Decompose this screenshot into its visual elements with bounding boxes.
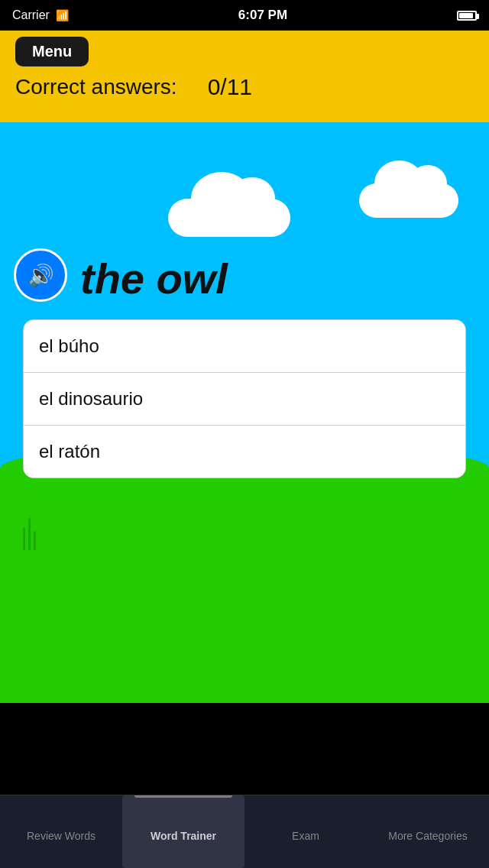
status-bar: Carrier 📶 6:07 PM xyxy=(0,0,489,31)
tab-review-words[interactable]: Review Words xyxy=(0,795,122,868)
tab-exam-label: Exam xyxy=(292,830,319,842)
cloud-right xyxy=(359,183,458,218)
answers-container: el búho el dinosaurio el ratón xyxy=(23,319,466,478)
ground xyxy=(0,443,489,703)
menu-button[interactable]: Menu xyxy=(15,37,89,66)
grass-detail xyxy=(23,520,46,550)
header: Menu Correct answers: 0/11 xyxy=(0,31,489,122)
tab-more-categories[interactable]: More Categories xyxy=(367,795,489,868)
answer-option-2[interactable]: el dinosaurio xyxy=(24,373,465,426)
cloud-left xyxy=(168,199,290,237)
wifi-icon: 📶 xyxy=(56,9,69,21)
scene: 🔊 the owl el búho el dinosaurio el ratón xyxy=(0,122,489,703)
answer-option-1[interactable]: el búho xyxy=(24,320,465,373)
tab-bar: Review Words Word Trainer Exam More Cate… xyxy=(0,795,489,868)
tab-review-words-label: Review Words xyxy=(27,830,96,842)
battery-icon xyxy=(457,11,477,21)
speaker-icon: 🔊 xyxy=(28,263,54,288)
status-left: Carrier 📶 xyxy=(12,8,69,22)
status-right xyxy=(457,11,477,21)
score-label: Correct answers: xyxy=(15,75,177,99)
tab-exam[interactable]: Exam xyxy=(244,795,367,868)
answer-option-3[interactable]: el ratón xyxy=(24,426,465,478)
tab-more-categories-label: More Categories xyxy=(388,830,468,842)
score-row: Correct answers: 0/11 xyxy=(15,74,474,100)
tab-word-trainer[interactable]: Word Trainer xyxy=(122,795,244,868)
score-value: 0/11 xyxy=(208,74,252,100)
status-time: 6:07 PM xyxy=(238,8,287,23)
carrier-label: Carrier xyxy=(12,8,50,22)
word-display: the owl xyxy=(80,254,228,303)
speaker-button[interactable]: 🔊 xyxy=(14,248,67,302)
tab-active-bg xyxy=(122,795,244,868)
